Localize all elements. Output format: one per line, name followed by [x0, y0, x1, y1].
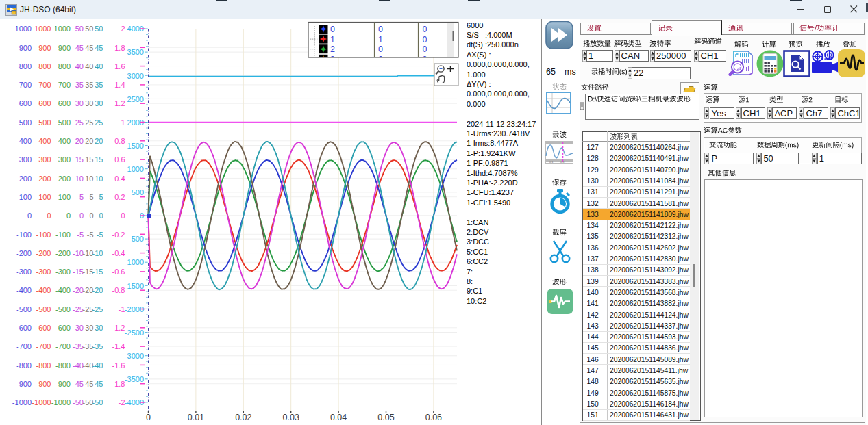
svg-text:-1000: -1000: [12, 398, 32, 407]
svg-text:5: 5: [79, 193, 84, 201]
svg-text:700: 700: [19, 81, 32, 89]
svg-text:0: 0: [378, 55, 383, 64]
svg-text:25: 25: [95, 118, 103, 127]
svg-text:-1.6: -1.6: [112, 361, 125, 370]
svg-text:20: 20: [75, 137, 84, 145]
svg-text:0.4: 0.4: [114, 175, 125, 183]
svg-text:0.6: 0.6: [114, 155, 125, 164]
svg-text:-1.2: -1.2: [112, 324, 125, 332]
svg-text:35: 35: [95, 81, 103, 89]
svg-text:5: 5: [89, 193, 93, 201]
svg-text:200: 200: [58, 175, 71, 183]
svg-text:3500: 3500: [127, 48, 144, 56]
svg-text:300: 300: [58, 155, 71, 164]
svg-text:1.6: 1.6: [114, 62, 125, 70]
svg-text:0: 0: [423, 44, 427, 54]
svg-text:0.8: 0.8: [114, 137, 125, 145]
svg-text:2500: 2500: [127, 95, 144, 103]
svg-text:45: 45: [85, 44, 93, 52]
svg-text:-700: -700: [55, 342, 71, 350]
svg-text:0: 0: [330, 25, 335, 34]
svg-text:-2500: -2500: [125, 329, 144, 337]
svg-text:0.01: 0.01: [188, 413, 204, 422]
svg-text:20: 20: [95, 137, 103, 145]
svg-text:1: 1: [121, 118, 125, 127]
svg-text:-5: -5: [87, 231, 94, 239]
svg-text:200: 200: [38, 175, 51, 183]
svg-text:-800: -800: [36, 361, 51, 370]
svg-text:-100: -100: [36, 231, 51, 239]
svg-text:-400: -400: [16, 286, 32, 294]
svg-text:-300: -300: [55, 268, 71, 276]
svg-text:-100: -100: [16, 231, 32, 239]
svg-text:0: 0: [27, 211, 32, 220]
svg-text:0: 0: [378, 25, 383, 34]
svg-text:2: 2: [330, 44, 335, 54]
svg-text:-1000: -1000: [51, 398, 71, 407]
svg-text:0.06: 0.06: [425, 413, 442, 422]
svg-text:0: 0: [423, 55, 427, 64]
svg-text:200: 200: [19, 175, 32, 183]
svg-text:0: 0: [146, 413, 151, 422]
svg-text:0: 0: [66, 211, 71, 220]
svg-text:600: 600: [38, 99, 51, 107]
svg-text:0.1: 0.1: [549, 160, 554, 164]
svg-text:600: 600: [19, 99, 32, 107]
svg-text:-1000: -1000: [125, 258, 144, 266]
svg-text:0.03: 0.03: [283, 413, 299, 422]
svg-text:-600: -600: [36, 324, 51, 332]
svg-text:-1.4: -1.4: [112, 342, 125, 350]
svg-text:-0.8: -0.8: [112, 286, 125, 294]
svg-text:1000: 1000: [34, 25, 51, 33]
svg-text:400: 400: [19, 137, 32, 145]
svg-text:1000: 1000: [54, 25, 71, 33]
svg-text:0: 0: [378, 44, 383, 54]
svg-text:-50: -50: [92, 398, 103, 407]
svg-text:3: 3: [330, 55, 335, 64]
svg-text:-900: -900: [16, 380, 32, 388]
svg-text:100: 100: [38, 193, 51, 201]
svg-text:-500: -500: [16, 305, 32, 313]
svg-text:0: 0: [47, 211, 51, 220]
svg-text:-800: -800: [16, 361, 32, 370]
svg-text:700: 700: [38, 81, 51, 89]
svg-text:500: 500: [38, 118, 51, 127]
svg-text:500: 500: [19, 118, 32, 127]
svg-text:30: 30: [85, 99, 93, 107]
svg-text:800: 800: [58, 62, 71, 70]
svg-text:45: 45: [95, 44, 103, 52]
svg-text:300: 300: [19, 155, 32, 164]
svg-text:-300: -300: [36, 268, 51, 276]
svg-text:50: 50: [85, 25, 93, 33]
svg-text:1: 1: [330, 35, 335, 44]
svg-text:800: 800: [38, 62, 51, 70]
svg-text:5: 5: [99, 193, 103, 201]
svg-text:-1000: -1000: [32, 398, 51, 407]
svg-text:1000: 1000: [15, 25, 32, 33]
svg-text:-25: -25: [92, 305, 103, 313]
svg-text:3000: 3000: [127, 72, 144, 80]
svg-text:10: 10: [85, 175, 93, 183]
svg-text:-3500: -3500: [125, 375, 144, 383]
svg-text:-1500: -1500: [125, 282, 144, 290]
svg-text:15: 15: [75, 155, 84, 164]
svg-text:0.02: 0.02: [235, 413, 251, 422]
svg-text:0: 0: [89, 211, 93, 220]
svg-text:1.2: 1.2: [114, 99, 125, 107]
svg-text:100: 100: [19, 193, 32, 201]
svg-text:-600: -600: [16, 324, 32, 332]
svg-text:0: 0: [79, 211, 84, 220]
svg-text:600: 600: [58, 99, 71, 107]
svg-text:-600: -600: [55, 324, 71, 332]
svg-text:15: 15: [85, 155, 93, 164]
svg-text:900: 900: [58, 44, 71, 52]
svg-text:-0.2: -0.2: [112, 231, 125, 239]
svg-text:20: 20: [85, 137, 93, 145]
svg-text:-5: -5: [77, 231, 84, 239]
svg-text:1500: 1500: [127, 142, 144, 150]
svg-text:400: 400: [58, 137, 71, 145]
svg-text:-0.6: -0.6: [112, 268, 125, 276]
svg-text:45: 45: [75, 44, 84, 52]
svg-text:15: 15: [95, 155, 103, 164]
svg-text:-900: -900: [55, 380, 71, 388]
